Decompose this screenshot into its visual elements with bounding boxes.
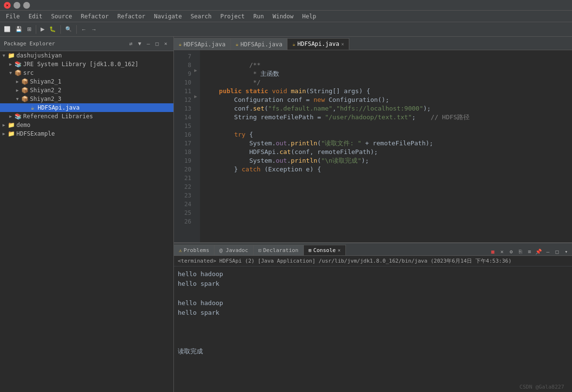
view-menu[interactable]: ▾ bbox=[562, 248, 570, 255]
menu-help[interactable]: Help bbox=[299, 12, 320, 21]
tab-console-label: Console bbox=[314, 247, 336, 253]
toolbar-new[interactable]: ⬜ bbox=[2, 25, 13, 33]
expand-icon: ▼ bbox=[8, 70, 14, 75]
tab-console[interactable]: ⊞ Console × bbox=[304, 245, 346, 255]
item-label: demo bbox=[16, 122, 30, 128]
menu-window[interactable]: Window bbox=[269, 12, 297, 21]
remove-btn[interactable]: ✕ bbox=[498, 248, 506, 255]
tree-item-hdfsapi[interactable]: ☕ HDFSApi.java bbox=[0, 103, 173, 112]
tab-close-icon[interactable]: × bbox=[341, 42, 344, 47]
tree-item-jre[interactable]: ▶ 📚 JRE System Library [jdk1.8.0_162] bbox=[0, 60, 173, 69]
panel-collapse[interactable]: ▼ bbox=[136, 40, 143, 48]
expand-icon: ▼ bbox=[14, 97, 20, 101]
menu-source[interactable]: Source bbox=[47, 12, 76, 21]
pin-btn[interactable]: 📌 bbox=[535, 248, 543, 255]
toolbar: ⬜ 💾 ⊞ ▶ 🐛 🔍 ← → bbox=[0, 22, 572, 37]
tree-item-shiyan21[interactable]: ▶ 📦 Shiyan2_1 bbox=[0, 77, 173, 86]
menu-file[interactable]: File bbox=[2, 12, 24, 21]
panel-sync[interactable]: ⇄ bbox=[127, 40, 135, 48]
filter-btn[interactable]: ≡ bbox=[526, 248, 533, 255]
tab-console-close[interactable]: × bbox=[338, 248, 341, 253]
console-header-text: <terminated> HDFSApi (2) [Java Applicati… bbox=[178, 258, 512, 264]
expand-icon: ▼ bbox=[1, 53, 7, 58]
menu-navigate[interactable]: Navigate bbox=[150, 12, 186, 21]
console-line bbox=[178, 318, 568, 327]
tab-label: HDFSApi.java bbox=[241, 41, 283, 48]
title-bar: × bbox=[0, 0, 572, 11]
tab-label: HDFSApi.java bbox=[298, 41, 340, 47]
tab-hdfsapi-2[interactable]: ☕ HDFSApi.java bbox=[231, 38, 288, 50]
menu-refactor2[interactable]: Refactor bbox=[114, 12, 149, 21]
toolbar-debug[interactable]: 🐛 bbox=[47, 25, 58, 33]
item-label: Referenced Libraries bbox=[23, 113, 93, 120]
tab-declaration[interactable]: ⊡ Declaration bbox=[254, 245, 304, 255]
code-editor[interactable]: /** * 主函数 */ public static void main(Str… bbox=[200, 50, 572, 242]
bottom-panel: ⚠ Problems @ Javadoc ⊡ Declaration ⊞ Con… bbox=[174, 242, 572, 392]
menu-edit[interactable]: Edit bbox=[25, 12, 46, 21]
maximize-bottom[interactable]: □ bbox=[553, 248, 561, 255]
panel-maximize[interactable]: □ bbox=[153, 40, 161, 48]
menu-search[interactable]: Search bbox=[187, 12, 215, 21]
tree-item-demo[interactable]: ▶ 📁 demo bbox=[0, 121, 173, 129]
tab-problems[interactable]: ⚠ Problems bbox=[174, 245, 214, 255]
console-header: <terminated> HDFSApi (2) [Java Applicati… bbox=[174, 256, 572, 266]
main-area: Package Explorer ⇄ ▼ — □ × ▼ 📁 dashujush… bbox=[0, 37, 572, 392]
watermark: CSDN @Gala8227 bbox=[519, 384, 568, 390]
tab-hdfsapi-1[interactable]: ☕ HDFSApi.java bbox=[174, 38, 231, 50]
package-icon: 📦 bbox=[20, 86, 29, 94]
gear-btn[interactable]: ⚙ bbox=[507, 248, 515, 255]
minimize-bottom[interactable]: — bbox=[544, 248, 552, 255]
collapse-gutter: ▶ ▶ bbox=[193, 50, 200, 242]
stop-btn[interactable]: ■ bbox=[489, 248, 497, 255]
console-output: hello hadoop hello spark hello hadoop he… bbox=[174, 266, 572, 392]
console-line: hello spark bbox=[178, 308, 568, 318]
menu-refactor1[interactable]: Refactor bbox=[77, 12, 113, 21]
tab-problems-label: Problems bbox=[184, 247, 209, 253]
bottom-tabs: ⚠ Problems @ Javadoc ⊡ Declaration ⊞ Con… bbox=[174, 243, 572, 256]
item-label: Shiyan2_2 bbox=[30, 87, 61, 94]
panel-header: Package Explorer ⇄ ▼ — □ × bbox=[0, 37, 173, 51]
panel-close[interactable]: × bbox=[162, 40, 170, 48]
console-line: hello hadoop bbox=[178, 269, 568, 279]
package-icon: 📦 bbox=[20, 78, 29, 85]
toolbar-back[interactable]: ← bbox=[79, 26, 88, 33]
toolbar-divider3 bbox=[76, 25, 77, 34]
close-button[interactable]: × bbox=[4, 2, 11, 9]
problems-icon: ⚠ bbox=[179, 248, 182, 253]
collapse-btn-method[interactable]: ▶ bbox=[194, 94, 197, 99]
console-icon: ⊞ bbox=[309, 248, 312, 253]
tree-item-dashujushiyan[interactable]: ▼ 📁 dashujushiyan bbox=[0, 51, 173, 60]
copy-btn[interactable]: ⎘ bbox=[516, 248, 524, 255]
maximize-button[interactable] bbox=[23, 2, 30, 9]
menu-project[interactable]: Project bbox=[216, 12, 249, 21]
menu-run[interactable]: Run bbox=[250, 12, 268, 21]
minimize-button[interactable] bbox=[14, 2, 20, 9]
item-label: dashujushiyan bbox=[16, 52, 62, 59]
panel-title: Package Explorer bbox=[4, 41, 125, 47]
right-panel: ☕ HDFSApi.java ☕ HDFSApi.java ☕ HDFSApi.… bbox=[174, 37, 572, 392]
toolbar-save[interactable]: 💾 bbox=[14, 25, 24, 33]
toolbar-divider1 bbox=[36, 25, 36, 34]
editor-tabs: ☕ HDFSApi.java ☕ HDFSApi.java ☕ HDFSApi.… bbox=[174, 37, 572, 50]
toolbar-save-all[interactable]: ⊞ bbox=[25, 25, 33, 33]
collapse-btn-javadoc[interactable]: ▶ bbox=[194, 68, 197, 73]
tree-item-src[interactable]: ▼ 📦 src bbox=[0, 69, 173, 77]
console-line bbox=[178, 327, 568, 337]
project-icon: 📁 bbox=[7, 121, 15, 129]
item-label: Shiyan2_1 bbox=[30, 78, 61, 85]
file-tree: ▼ 📁 dashujushiyan ▶ 📚 JRE System Library… bbox=[0, 51, 173, 392]
line-numbers: 7 8 9 10 11 12 13 14 15 16 17 18 19 20 2… bbox=[174, 50, 193, 242]
tree-item-reflibrary[interactable]: ▶ 📚 Referenced Libraries bbox=[0, 112, 173, 121]
toolbar-run[interactable]: ▶ bbox=[39, 25, 46, 33]
tab-javadoc[interactable]: @ Javadoc bbox=[214, 245, 254, 255]
tab-hdfsapi-3[interactable]: ☕ HDFSApi.java × bbox=[287, 38, 349, 50]
package-icon: 📦 bbox=[20, 95, 29, 103]
toolbar-forward[interactable]: → bbox=[89, 26, 99, 33]
tree-item-hdfsexample[interactable]: ▶ 📁 HDFSExample bbox=[0, 129, 173, 138]
project-icon: 📁 bbox=[7, 130, 15, 138]
bottom-tab-actions: ■ ✕ ⚙ ⎘ ≡ 📌 — □ ▾ bbox=[487, 248, 572, 255]
tree-item-shiyan23[interactable]: ▼ 📦 Shiyan2_3 bbox=[0, 95, 173, 103]
toolbar-search[interactable]: 🔍 bbox=[63, 25, 74, 33]
panel-minimize[interactable]: — bbox=[144, 40, 152, 48]
tree-item-shiyan22[interactable]: ▶ 📦 Shiyan2_2 bbox=[0, 86, 173, 95]
